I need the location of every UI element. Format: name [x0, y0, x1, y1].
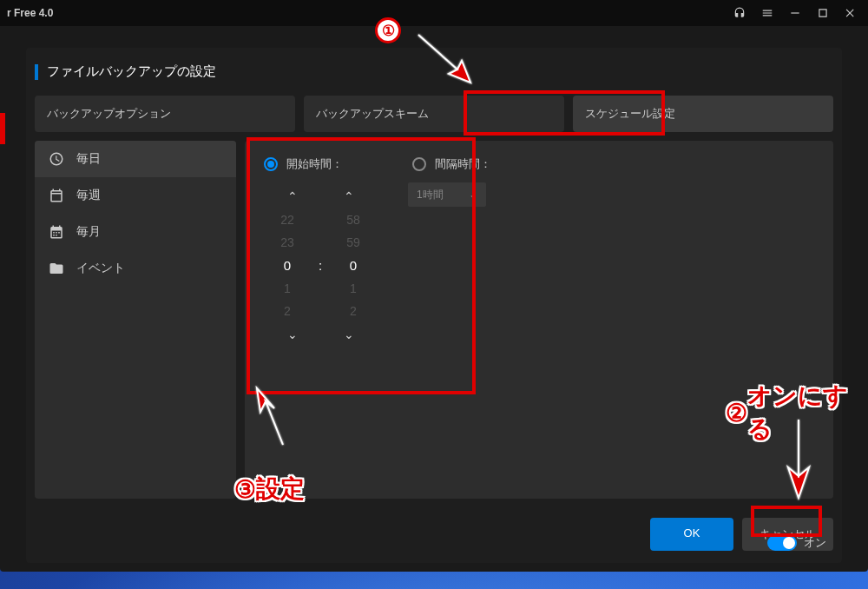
- minute-m2: 58: [336, 213, 371, 227]
- chevron-down-icon: ⌄: [469, 189, 477, 201]
- minute-up-arrow[interactable]: ⌃: [332, 189, 366, 203]
- radio-checked-icon: [264, 157, 278, 171]
- time-colon: :: [317, 258, 324, 273]
- schedule-sidebar: 毎日 毎週 毎月 イベ: [35, 141, 236, 499]
- window-title: r Free 4.0: [7, 7, 53, 19]
- tab-backup-option[interactable]: バックアップオプション: [35, 96, 295, 132]
- close-icon[interactable]: [840, 3, 861, 23]
- calendar-month-icon: [49, 224, 64, 240]
- schedule-panel: 開始時間： 間隔時間： 1時間 ⌄ ⌃ ⌃: [245, 141, 833, 499]
- tab-backup-scheme[interactable]: バックアップスキーム: [304, 96, 564, 132]
- hour-m2: 22: [270, 213, 305, 227]
- tab-schedule[interactable]: スケジュール設定: [573, 96, 833, 132]
- minute-p2: 2: [336, 304, 371, 318]
- interval-dropdown[interactable]: 1時間 ⌄: [408, 182, 486, 207]
- hour-selected[interactable]: 0: [270, 258, 305, 273]
- content-row: 毎日 毎週 毎月 イベ: [26, 132, 842, 507]
- hour-p1: 1: [270, 281, 305, 295]
- minimize-icon[interactable]: [785, 3, 806, 23]
- maximize-icon[interactable]: [812, 3, 833, 23]
- radio-start-label: 開始時間：: [286, 156, 343, 172]
- radio-start-time[interactable]: 開始時間：: [264, 156, 343, 172]
- radio-interval-time[interactable]: 間隔時間：: [412, 156, 491, 172]
- accent-bar: [35, 64, 38, 80]
- calendar-week-icon: [49, 188, 64, 203]
- dialog-footer: OK キャンセル: [26, 507, 842, 563]
- clock-icon: [49, 151, 64, 167]
- hour-p2: 2: [270, 304, 305, 318]
- headset-icon[interactable]: [729, 3, 750, 23]
- settings-dialog: ファイルバックアップの設定 バックアップオプション バックアップスキーム スケジ…: [26, 48, 842, 563]
- sidebar-item-monthly[interactable]: 毎月: [35, 214, 236, 250]
- sidebar-item-daily[interactable]: 毎日: [35, 141, 236, 177]
- sidebar-item-label: 毎月: [76, 224, 101, 240]
- sidebar-item-label: 毎週: [76, 188, 101, 203]
- minute-down-arrow[interactable]: ⌄: [332, 328, 366, 341]
- hour-down-arrow[interactable]: ⌄: [275, 328, 310, 341]
- radio-unchecked-icon: [412, 157, 426, 171]
- sidebar-item-label: イベント: [76, 261, 125, 276]
- sidebar-item-weekly[interactable]: 毎週: [35, 177, 236, 214]
- minute-selected[interactable]: 0: [336, 258, 371, 273]
- enable-toggle[interactable]: [767, 535, 797, 551]
- titlebar: r Free 4.0: [0, 0, 868, 26]
- toggle-label: オン: [804, 535, 826, 551]
- ok-button[interactable]: OK: [650, 518, 733, 551]
- menu-icon[interactable]: [757, 3, 778, 23]
- left-red-edge: [0, 113, 5, 144]
- sidebar-item-event[interactable]: イベント: [35, 250, 236, 287]
- dialog-header: ファイルバックアップの設定: [26, 48, 842, 96]
- minute-p1: 1: [336, 281, 371, 295]
- app-window: r Free 4.0 ファイルバックアップの設定 バックア: [0, 0, 868, 572]
- hour-up-arrow[interactable]: ⌃: [275, 189, 310, 203]
- enable-toggle-area: オン: [767, 535, 826, 551]
- dialog-title: ファイルバックアップの設定: [47, 63, 216, 80]
- time-picker: ⌃ ⌃ 22 : 58 23 : 59 0 :: [264, 184, 377, 347]
- interval-value: 1時間: [417, 188, 444, 202]
- folder-icon: [49, 261, 64, 276]
- hour-m1: 23: [270, 235, 305, 249]
- minute-m1: 59: [336, 235, 371, 249]
- radio-interval-label: 間隔時間：: [435, 156, 491, 172]
- tabs-row: バックアップオプション バックアップスキーム スケジュール設定: [26, 96, 842, 132]
- sidebar-item-label: 毎日: [76, 151, 101, 167]
